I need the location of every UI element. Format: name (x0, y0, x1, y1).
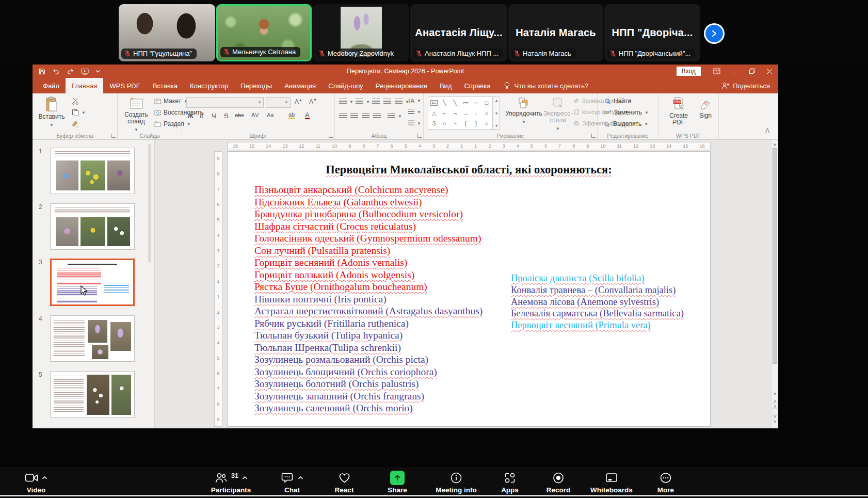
slide-list-item[interactable]: Зозулинець блощичний (Orchis coriophora) (254, 366, 483, 378)
chevron-up-icon[interactable] (42, 476, 47, 480)
slide-list-item[interactable]: Пізньоцвіт анкарський (Colchicum ancyren… (254, 184, 483, 196)
close-button[interactable] (761, 65, 778, 78)
share-button[interactable]: Share (375, 471, 420, 494)
redo-icon[interactable] (67, 68, 74, 75)
increase-indent-button[interactable] (383, 99, 391, 105)
slide-list-item[interactable]: Горицвіт весняний (Adonis vernalis) (254, 256, 483, 269)
apps-button[interactable]: Apps (491, 471, 528, 494)
slide-list-item[interactable]: Зозулинець розмальований (Orchis picta) (254, 354, 483, 366)
tab-Конструктор[interactable]: Конструктор (184, 78, 234, 93)
smartart-button[interactable]: ▼ (408, 120, 421, 126)
slide-list-item[interactable]: Проліска дволиста (Scilla bifolia) (511, 272, 684, 284)
ribbon-display-options-button[interactable] (708, 65, 726, 78)
align-right-button[interactable] (362, 113, 369, 119)
next-participants-button[interactable] (705, 25, 723, 42)
tell-me-box[interactable]: Что вы хотите сделать? (504, 78, 588, 93)
tab-Анимация[interactable]: Анимация (278, 78, 322, 93)
undo-icon[interactable] (52, 68, 60, 75)
sign-button[interactable]: Sign (695, 97, 716, 119)
slide-list-item[interactable]: Сон лучний (Pulsatilla pratensis) (254, 245, 483, 257)
slide-thumbnail-3-selected[interactable] (50, 259, 135, 306)
slide-list-item[interactable]: Первоцвіт весняний (Primula vera) (511, 319, 684, 331)
slide-list-item[interactable]: Астрагал шерстистоквітковий (Astragalus … (254, 305, 483, 317)
chat-button[interactable]: Chat (270, 471, 314, 494)
tab-Файл[interactable]: Файл (37, 78, 66, 93)
replace-button[interactable]: ab Заменить▼ (604, 109, 649, 116)
tab-Переходы[interactable]: Переходы (234, 78, 278, 93)
sign-in-button[interactable]: Вход (677, 67, 701, 76)
video-tile-melnychuk-active-speaker[interactable]: Мельничук Світлана (216, 4, 312, 61)
video-tile-medobory[interactable]: Medobory Zapovidnyk (313, 4, 409, 61)
video-tile-lishchuk[interactable]: Анастасія Ліщу... Анастасія Ліщук НПП ..… (410, 4, 507, 61)
tab-Слайд-шоу[interactable]: Слайд-шоу (322, 78, 369, 93)
new-slide-button[interactable]: Создать слайд▼ (121, 97, 151, 133)
video-tile-dvorichanskyi[interactable]: НПП "Дворіча... НПП "Дворічанський"... (604, 4, 700, 61)
align-left-button[interactable] (339, 113, 347, 119)
slide-list-item[interactable]: Рябчик руський (Fritillaria ruthenica) (254, 317, 483, 330)
slide-list-item[interactable]: Тюльпан бузький (Tulipa hypanica) (254, 329, 483, 342)
meeting-info-button[interactable]: Meeting info (425, 471, 487, 494)
quick-styles-button[interactable]: Экспресс-стили▼ (544, 97, 571, 132)
shapes-gallery-scroll[interactable]: ▲ ▼ ▼ (493, 97, 500, 130)
previous-slide-button[interactable]: ᐱᐱ (771, 399, 778, 410)
drawing-dialog-launcher[interactable] (591, 134, 596, 138)
clipboard-dialog-launcher[interactable] (111, 134, 116, 138)
slide-thumbnail-4[interactable] (50, 315, 135, 362)
slide-list-item[interactable]: Шафран сітчастий (Crocus reticulatus) (254, 220, 483, 233)
slide-list-item[interactable]: Анемона лісова (Anemone sylvestris) (511, 296, 684, 308)
slide-editing-area[interactable]: Первоцвіти Миколаївської області, які ох… (227, 151, 711, 427)
more-button[interactable]: More (647, 471, 685, 494)
whiteboards-button[interactable]: Whiteboards (583, 471, 640, 494)
character-spacing-button[interactable]: АV (251, 112, 259, 118)
slide-title[interactable]: Первоцвіти Миколаївської області, які ох… (228, 163, 710, 176)
slide-list-item[interactable]: Конвалія травнева – (Convallaria majalis… (511, 284, 684, 296)
video-tile-gutsulshchyna[interactable]: НПП "Гуцульщина" (119, 4, 215, 61)
font-color-button[interactable]: А (305, 112, 310, 119)
minimize-button[interactable] (726, 65, 743, 78)
columns-button[interactable]: ▼ (388, 113, 402, 119)
collapse-ribbon-button[interactable]: ᐱ (765, 127, 769, 135)
customize-qat-icon[interactable] (95, 70, 100, 73)
underline-button[interactable]: Ч (212, 112, 216, 120)
next-slide-button[interactable]: ᐯᐯ (771, 414, 778, 424)
italic-button[interactable]: К (200, 112, 204, 120)
restore-button[interactable] (743, 65, 761, 78)
start-slideshow-icon[interactable] (81, 68, 89, 75)
chevron-up-icon[interactable] (242, 476, 248, 480)
slide-list-item[interactable]: Белевалія сарматська (Bellevalia sarmati… (511, 308, 684, 319)
decrease-indent-button[interactable] (372, 99, 380, 105)
create-pdf-button[interactable]: PDF Create PDF (665, 97, 692, 126)
paragraph-dialog-launcher[interactable] (417, 134, 422, 138)
slide-list-item[interactable]: Підсніжник Ельвеза (Galanthus elwesii) (254, 196, 483, 208)
cut-button[interactable] (72, 98, 79, 105)
bold-button[interactable]: Ж (187, 112, 194, 120)
align-text-button[interactable]: ▼ (408, 109, 421, 115)
slide-list-item[interactable]: Горицвіт волзький (Adonis wolgensis) (254, 269, 483, 281)
font-size-combo[interactable]: ▼ (266, 97, 291, 108)
video-button[interactable]: Video (15, 471, 57, 494)
chevron-up-icon[interactable] (298, 476, 303, 480)
shapes-gallery[interactable]: A≡ ╲╲ ▭○ □ △⌐ ¬→ ↓⌂ S∩ ~{ }☆ (428, 97, 493, 130)
paste-button[interactable]: Вставить▼ (38, 97, 66, 128)
vertical-scrollbar[interactable]: ▲ ▼ ᐱᐱ ᐯᐯ (771, 140, 778, 428)
format-painter-button[interactable] (72, 120, 79, 127)
highlight-color-button[interactable]: ab (288, 112, 295, 119)
increase-font-button[interactable]: А▲ (295, 98, 302, 105)
react-button[interactable]: React (325, 471, 364, 494)
tab-Справка[interactable]: Справка (458, 78, 496, 93)
tab-Рецензирование[interactable]: Рецензирование (369, 78, 433, 93)
numbering-button[interactable]: ▼ (356, 99, 370, 105)
slide-list-item[interactable]: Тюльпан Шренка(Tulipa schrenkii) (254, 342, 483, 354)
find-button[interactable]: Найти (604, 98, 631, 105)
tab-Главная[interactable]: Главная (66, 78, 103, 93)
slide-list-item[interactable]: Зозулинець болотний (Orchis palustris) (254, 378, 483, 390)
slide-list-item[interactable]: Півники понтичні (Iris pontica) (254, 293, 483, 306)
scrollbar-thumb[interactable] (773, 148, 777, 364)
slide-thumbnail-2[interactable] (50, 203, 135, 250)
save-icon[interactable] (39, 68, 45, 75)
share-ribbon-button[interactable]: Поделиться (721, 78, 778, 93)
decrease-font-button[interactable]: А▼ (309, 98, 317, 105)
text-shadow-button[interactable]: S (224, 112, 229, 120)
slide-thumbnail-1[interactable] (50, 148, 135, 194)
select-button[interactable]: Выделить▼ (604, 120, 648, 127)
